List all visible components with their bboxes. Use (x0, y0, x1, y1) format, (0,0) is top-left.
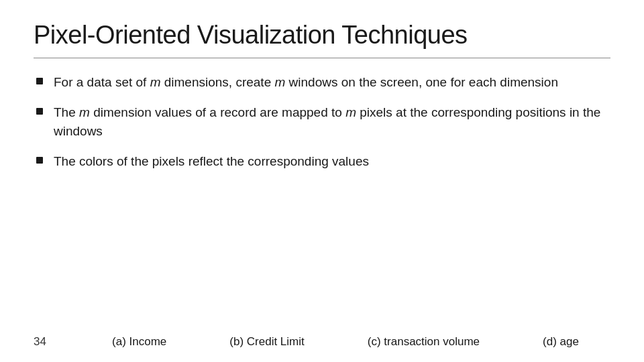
footer-label-credit: (b) Credit Limit (229, 335, 304, 349)
footer-labels: (a) Income (b) Credit Limit (c) transact… (60, 335, 610, 349)
bullet-item-1: For a data set of m dimensions, create m… (34, 73, 610, 92)
slide-container: Pixel-Oriented Visualization Techniques … (0, 0, 644, 362)
bullet-item-2: The m dimension values of a record are m… (34, 103, 610, 140)
footer-label-age: (d) age (543, 335, 579, 349)
bullet-square-1 (36, 78, 43, 84)
bullet-item-3: The colors of the pixels reflect the cor… (34, 152, 610, 171)
slide-title: Pixel-Oriented Visualization Techniques (34, 20, 610, 51)
bullet-icon-2 (34, 105, 46, 117)
bullet-square-2 (36, 108, 43, 115)
bullet-text-3: The colors of the pixels reflect the cor… (54, 152, 369, 171)
bullet-list: For a data set of m dimensions, create m… (34, 73, 610, 328)
bullet-square-3 (36, 157, 43, 164)
title-divider (34, 58, 610, 58)
bullet-icon-1 (34, 75, 46, 87)
footer-label-transaction: (c) transaction volume (368, 335, 480, 349)
bullet-text-2: The m dimension values of a record are m… (54, 103, 610, 140)
footer-label-income: (a) Income (112, 335, 166, 349)
bullet-icon-3 (34, 154, 46, 166)
footer-row: 34 (a) Income (b) Credit Limit (c) trans… (34, 328, 610, 349)
bullet-text-1: For a data set of m dimensions, create m… (54, 73, 558, 92)
slide-number: 34 (34, 335, 60, 349)
